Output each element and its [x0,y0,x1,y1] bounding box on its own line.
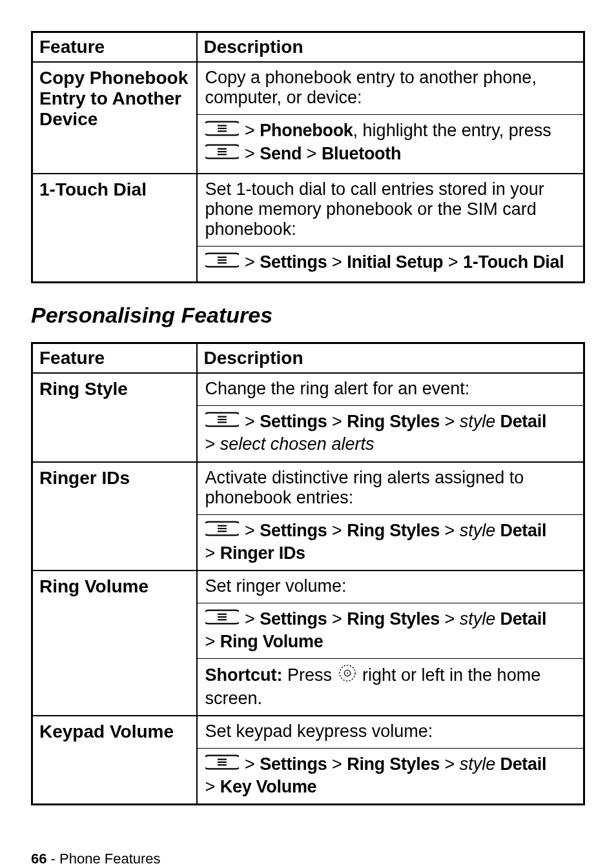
path-tail: Ringer IDs [220,543,305,563]
table-row: Ringer IDs Activate distinctive ring ale… [32,462,584,570]
table-personalising: Feature Description Ring Style Change th… [31,342,585,805]
nav-key-icon [338,664,356,687]
feature-description: Change the ring alert for an event: > Se… [197,373,584,461]
table-row: Copy Phonebook Entry to Another Device C… [32,62,584,174]
navigation-path: > Settings > Ring Styles > style Detail>… [198,406,584,461]
navigation-path: > Settings > Ring Styles > style Detail>… [198,749,584,803]
feature-label: Ring Volume [32,570,197,716]
page-footer: 66 - Phone Features [31,851,585,867]
footer-section: Phone Features [59,851,161,867]
table-phonebook-extra: Feature Description Copy Phonebook Entry… [31,31,585,283]
path-tail: select chosen alerts [220,434,375,454]
description-text: Change the ring alert for an event: [198,374,584,406]
table-row: 1-Touch Dial Set 1-touch dial to call en… [32,174,584,283]
feature-description: Copy a phonebook entry to another phone,… [197,62,584,174]
menu-icon [205,520,239,541]
feature-label: Ring Style [32,373,197,461]
path-tail: Ring Volume [220,632,323,651]
col-header-description: Description [197,343,584,374]
description-text: Set keypad keypress volume: [198,716,584,749]
description-text: Copy a phonebook entry to another phone,… [198,63,584,115]
navigation-path: > Settings > Ring Styles > style Detail>… [198,603,584,659]
menu-icon [205,120,239,141]
navigation-path: > Settings > Ring Styles > style Detail>… [198,515,584,570]
menu-icon [205,252,239,273]
feature-description: Set 1-touch dial to call entries stored … [197,174,584,283]
table-row: Ring Style Change the ring alert for an … [32,373,584,461]
description-text: Set ringer volume: [198,571,584,603]
feature-description: Set ringer volume: > Settings > Ring Sty… [197,570,584,716]
shortcut-text: Shortcut: Press right or left in the hom… [198,659,584,715]
feature-label: Copy Phonebook Entry to Another Device [32,62,197,174]
navigation-path: > Phonebook, highlight the entry, press … [198,115,584,173]
menu-icon [205,754,239,775]
col-header-feature: Feature [32,32,197,63]
feature-label: Ringer IDs [32,462,197,570]
menu-icon [205,609,239,630]
col-header-description: Description [197,32,584,63]
feature-label: 1-Touch Dial [32,174,197,283]
feature-label: Keypad Volume [32,716,197,805]
description-text: Activate distinctive ring alerts assigne… [198,463,584,515]
menu-icon [205,411,239,432]
navigation-path: > Settings > Initial Setup > 1-Touch Dia… [198,247,584,281]
feature-description: Set keypad keypress volume: > Settings >… [197,716,584,805]
description-text: Set 1-touch dial to call entries stored … [198,174,584,247]
table-row: Keypad Volume Set keypad keypress volume… [32,716,584,805]
page-number: 66 [31,851,46,867]
section-heading: Personalising Features [31,303,585,328]
table-row: Ring Volume Set ringer volume: > Setting… [32,570,584,716]
menu-icon [205,143,239,165]
path-tail: Key Volume [220,777,317,796]
col-header-feature: Feature [32,343,197,374]
feature-description: Activate distinctive ring alerts assigne… [197,462,584,570]
